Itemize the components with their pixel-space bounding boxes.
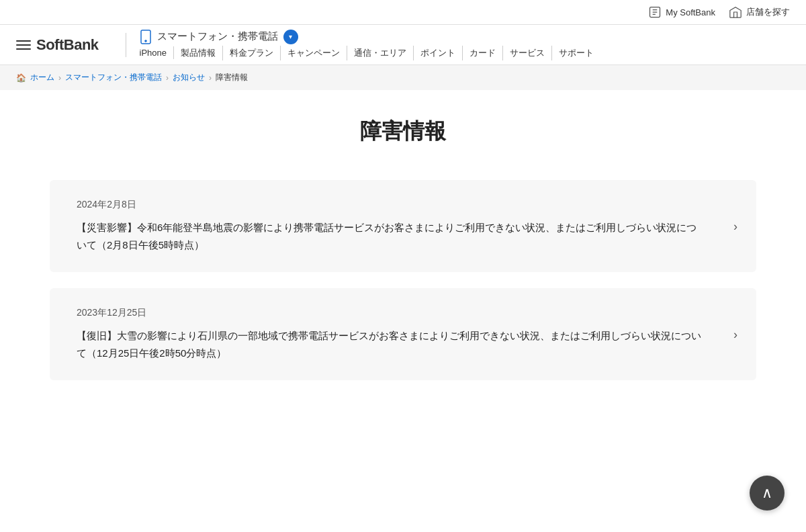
news-arrow-1: › [733, 327, 737, 341]
breadcrumb: 🏠 ホーム › スマートフォン・携帯電話 › お知らせ › 障害情報 [0, 65, 806, 90]
mysoftbank-icon [648, 5, 662, 19]
find-store-link[interactable]: 店舗を探す [729, 6, 790, 18]
news-date-0: 2024年2月8日 [77, 199, 729, 211]
page-title: 障害情報 [50, 117, 756, 146]
breadcrumb-category[interactable]: スマートフォン・携帯電話 [65, 72, 162, 83]
nav-iphone[interactable]: iPhone [140, 46, 174, 59]
my-softbank-link[interactable]: My SoftBank [648, 5, 715, 19]
news-date-1: 2023年12月25日 [77, 307, 729, 319]
main-header: SoftBank スマートフォン・携帯電話 ▾ iPhone 製品情報 料金プラ… [0, 25, 806, 65]
hamburger-line-2 [16, 44, 31, 46]
hamburger-line-1 [16, 40, 31, 42]
chevron-down-icon: ▾ [289, 33, 292, 40]
nav-points[interactable]: ポイント [414, 46, 463, 60]
svg-point-2 [145, 40, 146, 42]
find-store-label: 店舗を探す [746, 6, 790, 18]
news-card-1[interactable]: 2023年12月25日 【復旧】大雪の影響により石川県の一部地域で携帯電話サービ… [50, 288, 756, 380]
main-content: 障害情報 2024年2月8日 【災害影響】令和6年能登半島地震の影響により携帯電… [34, 90, 772, 437]
header-nav-section: スマートフォン・携帯電話 ▾ iPhone 製品情報 料金プラン キャンペーン … [140, 30, 600, 60]
news-title-0: 【災害影響】令和6年能登半島地震の影響により携帯電話サービスがお客さまによりご利… [77, 219, 729, 253]
news-card-0[interactable]: 2024年2月8日 【災害影響】令和6年能登半島地震の影響により携帯電話サービス… [50, 180, 756, 272]
nav-support[interactable]: サポート [552, 46, 600, 60]
breadcrumb-news[interactable]: お知らせ [173, 72, 205, 83]
softbank-logo[interactable]: SoftBank [36, 36, 99, 54]
nav-services[interactable]: サービス [503, 46, 552, 60]
breadcrumb-sep-1: › [58, 73, 61, 83]
category-dropdown-button[interactable]: ▾ [283, 30, 298, 44]
nav-network[interactable]: 通信・エリア [347, 46, 414, 60]
top-utility-bar: My SoftBank 店舗を探す [0, 0, 806, 25]
breadcrumb-current: 障害情報 [216, 72, 248, 83]
nav-products[interactable]: 製品情報 [174, 46, 223, 60]
category-label: スマートフォン・携帯電話 [157, 30, 278, 43]
sub-nav: iPhone 製品情報 料金プラン キャンペーン 通信・エリア ポイント カード… [140, 46, 600, 60]
breadcrumb-sep-3: › [209, 73, 212, 83]
logo-area: SoftBank [16, 36, 99, 54]
hamburger-menu[interactable] [16, 40, 31, 50]
category-header[interactable]: スマートフォン・携帯電話 ▾ [140, 30, 298, 44]
nav-campaigns[interactable]: キャンペーン [281, 46, 347, 60]
breadcrumb-home[interactable]: ホーム [30, 72, 54, 83]
header-divider [126, 33, 126, 57]
nav-card[interactable]: カード [463, 46, 503, 60]
hamburger-line-3 [16, 48, 31, 50]
my-softbank-label: My SoftBank [666, 7, 715, 17]
news-title-1: 【復旧】大雪の影響により石川県の一部地域で携帯電話サービスがお客さまによりご利用… [77, 327, 729, 361]
nav-plans[interactable]: 料金プラン [223, 46, 281, 60]
news-arrow-0: › [733, 219, 737, 233]
store-icon [729, 6, 742, 18]
smartphone-icon [140, 30, 152, 44]
home-icon: 🏠 [16, 73, 26, 83]
breadcrumb-sep-2: › [166, 73, 169, 83]
